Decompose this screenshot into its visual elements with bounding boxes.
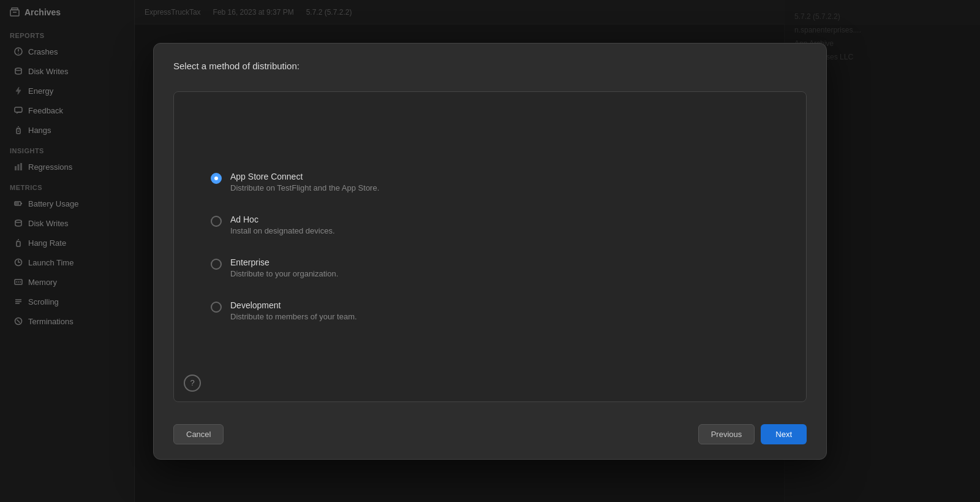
- options-area: App Store Connect Distribute on TestFlig…: [173, 91, 807, 402]
- dialog-header: Select a method of distribution:: [154, 44, 826, 82]
- option-label-enterprise: Enterprise: [230, 257, 338, 267]
- help-button[interactable]: ?: [184, 375, 201, 392]
- radio-app-store-connect[interactable]: [211, 173, 222, 184]
- option-label-app-store-connect: App Store Connect: [230, 172, 379, 181]
- option-desc-ad-hoc: Install on designated devices.: [230, 226, 335, 235]
- option-text-app-store-connect: App Store Connect Distribute on TestFlig…: [230, 172, 379, 192]
- option-desc-development: Distribute to members of your team.: [230, 312, 357, 321]
- dialog-footer: Cancel Previous Next: [154, 412, 826, 459]
- option-label-ad-hoc: Ad Hoc: [230, 215, 335, 224]
- dialog-body: App Store Connect Distribute on TestFlig…: [154, 82, 826, 412]
- option-text-enterprise: Enterprise Distribute to your organizati…: [230, 257, 338, 278]
- option-ad-hoc[interactable]: Ad Hoc Install on designated devices.: [211, 215, 769, 235]
- radio-ad-hoc[interactable]: [211, 216, 222, 227]
- dialog-overlay: Select a method of distribution: App Sto…: [0, 0, 980, 502]
- radio-enterprise[interactable]: [211, 259, 222, 270]
- help-icon: ?: [190, 378, 194, 387]
- next-button[interactable]: Next: [761, 424, 807, 444]
- option-desc-enterprise: Distribute to your organization.: [230, 269, 338, 278]
- distribution-dialog: Select a method of distribution: App Sto…: [153, 43, 827, 460]
- dialog-title: Select a method of distribution:: [173, 61, 300, 71]
- radio-development[interactable]: [211, 302, 222, 313]
- option-text-ad-hoc: Ad Hoc Install on designated devices.: [230, 215, 335, 235]
- previous-button[interactable]: Previous: [698, 424, 755, 444]
- option-text-development: Development Distribute to members of you…: [230, 300, 357, 321]
- option-label-development: Development: [230, 300, 357, 310]
- option-development[interactable]: Development Distribute to members of you…: [211, 300, 769, 321]
- option-app-store-connect[interactable]: App Store Connect Distribute on TestFlig…: [211, 172, 769, 192]
- option-enterprise[interactable]: Enterprise Distribute to your organizati…: [211, 257, 769, 278]
- footer-right: Previous Next: [698, 424, 807, 444]
- cancel-button[interactable]: Cancel: [173, 424, 224, 444]
- option-desc-app-store-connect: Distribute on TestFlight and the App Sto…: [230, 183, 379, 192]
